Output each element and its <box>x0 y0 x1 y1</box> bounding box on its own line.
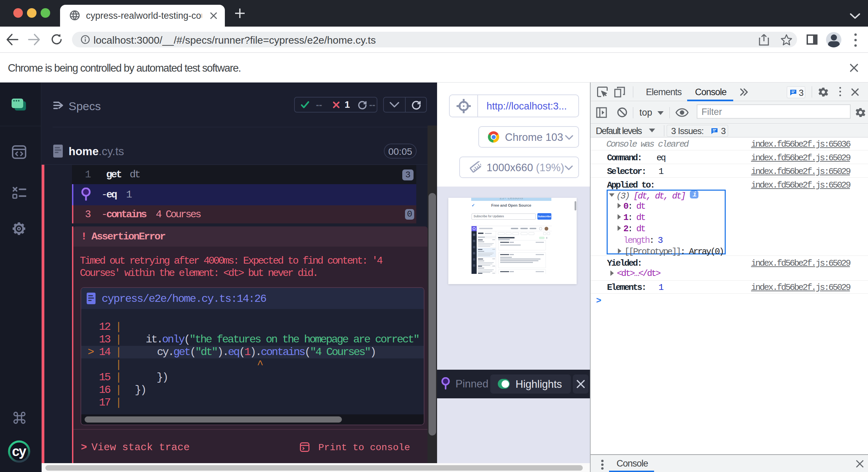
svg-text:c: c <box>12 444 19 459</box>
svg-text:y: y <box>19 444 27 459</box>
